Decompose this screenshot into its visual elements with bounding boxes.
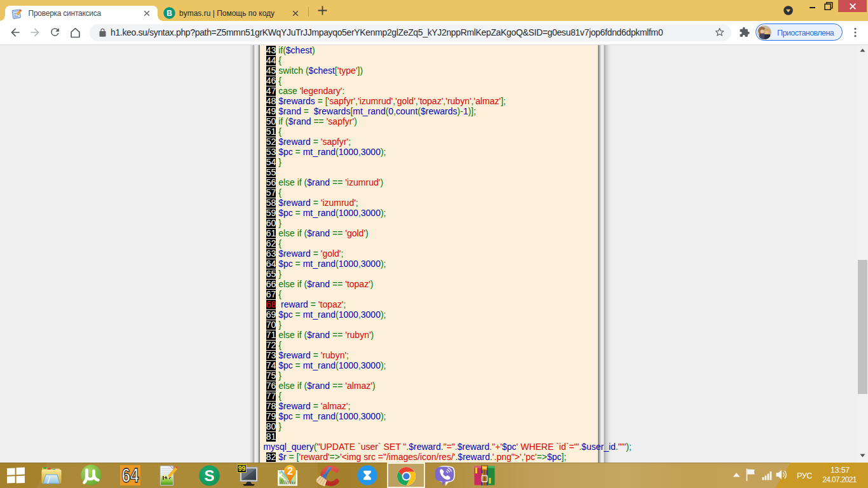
svg-text:B: B — [166, 9, 172, 18]
svg-text:2: 2 — [287, 466, 293, 477]
svg-text:S: S — [204, 467, 214, 484]
svg-text:99: 99 — [238, 464, 246, 472]
